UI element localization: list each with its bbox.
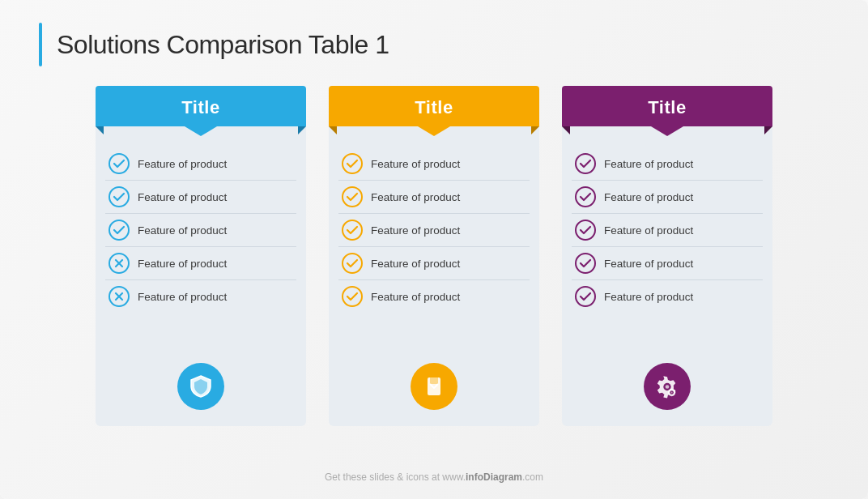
card-purple-banner: Title	[562, 86, 772, 126]
card-purple: Title Feature of product Feature of prod…	[562, 86, 772, 426]
check-icon	[342, 220, 363, 241]
footer: Get these slides & icons at www.infoDiag…	[39, 463, 829, 483]
feature-text: Feature of product	[604, 291, 693, 303]
cross-icon	[108, 286, 130, 307]
svg-point-18	[576, 220, 595, 240]
feature-text: Feature of product	[138, 158, 227, 170]
card-orange: Title Feature of product Feature of prod…	[329, 86, 539, 426]
feature-item: Feature of product	[105, 246, 296, 279]
check-icon	[575, 286, 596, 307]
check-icon	[108, 220, 130, 241]
feature-text: Feature of product	[371, 191, 460, 203]
feature-item: Feature of product	[105, 213, 296, 246]
footer-brand: infoDiagram	[466, 471, 522, 483]
feature-text: Feature of product	[604, 224, 693, 237]
svg-point-2	[109, 220, 129, 240]
feature-item: Feature of product	[338, 213, 530, 246]
check-icon	[342, 286, 363, 307]
card-orange-features-list: Feature of product Feature of product Fe…	[329, 141, 539, 352]
card-purple-bottom-icon	[644, 363, 691, 410]
footer-text: Get these slides & icons at www.infoDiag…	[325, 471, 543, 483]
card-blue-banner: Title	[96, 86, 306, 126]
feature-text: Feature of product	[371, 158, 460, 170]
svg-point-17	[576, 187, 595, 207]
card-blue-banner-title: Title	[96, 97, 306, 118]
check-icon	[575, 153, 596, 174]
slide-container: Solutions Comparison Table 1 Title Featu…	[0, 0, 868, 499]
check-icon	[342, 253, 363, 274]
svg-point-10	[343, 187, 362, 207]
feature-item: Feature of product	[105, 147, 296, 180]
cards-row: Title Feature of product Feature of prod…	[39, 86, 829, 463]
svg-point-0	[109, 154, 129, 173]
header-accent-bar	[39, 23, 42, 66]
check-icon	[108, 153, 130, 174]
svg-point-16	[576, 154, 595, 173]
svg-point-19	[576, 254, 595, 273]
feature-item: Feature of product	[105, 180, 296, 213]
feature-item: Feature of product	[338, 279, 530, 313]
card-blue: Title Feature of product Feature of prod…	[96, 86, 306, 426]
feature-item: Feature of product	[338, 246, 530, 279]
feature-item: Feature of product	[338, 180, 530, 213]
check-icon	[108, 186, 130, 207]
page-title: Solutions Comparison Table 1	[57, 30, 389, 60]
feature-text: Feature of product	[604, 191, 693, 203]
feature-text: Feature of product	[371, 291, 460, 303]
card-orange-banner: Title	[329, 86, 539, 126]
feature-text: Feature of product	[138, 191, 227, 203]
feature-item: Feature of product	[572, 246, 763, 279]
check-icon	[342, 186, 363, 207]
svg-point-20	[576, 287, 595, 306]
card-blue-features-list: Feature of product Feature of product Fe…	[96, 141, 306, 352]
feature-text: Feature of product	[604, 158, 693, 170]
feature-text: Feature of product	[604, 258, 693, 270]
check-icon	[575, 253, 596, 274]
feature-item: Feature of product	[572, 180, 763, 213]
check-icon	[575, 220, 596, 241]
feature-item: Feature of product	[338, 147, 530, 180]
card-blue-bottom-icon	[177, 363, 224, 410]
svg-point-12	[343, 254, 362, 273]
check-icon	[575, 186, 596, 207]
feature-text: Feature of product	[138, 258, 227, 270]
card-purple-banner-title: Title	[562, 97, 772, 118]
feature-text: Feature of product	[138, 291, 227, 303]
svg-point-11	[343, 220, 362, 240]
svg-point-9	[343, 154, 362, 173]
feature-text: Feature of product	[371, 224, 460, 237]
feature-item: Feature of product	[572, 213, 763, 246]
cross-icon	[108, 253, 130, 274]
check-icon	[342, 153, 363, 174]
feature-item: Feature of product	[105, 279, 296, 313]
svg-point-22	[666, 385, 670, 389]
svg-rect-15	[430, 377, 438, 384]
svg-point-25	[671, 392, 673, 394]
feature-text: Feature of product	[138, 224, 227, 237]
card-orange-bottom-icon	[411, 363, 457, 410]
svg-point-13	[343, 287, 362, 306]
card-purple-features-list: Feature of product Feature of product Fe…	[562, 141, 772, 352]
svg-point-1	[109, 187, 129, 207]
feature-text: Feature of product	[371, 258, 460, 270]
feature-item: Feature of product	[572, 279, 763, 313]
card-orange-banner-title: Title	[329, 97, 539, 118]
feature-item: Feature of product	[572, 147, 763, 180]
header: Solutions Comparison Table 1	[39, 23, 829, 66]
